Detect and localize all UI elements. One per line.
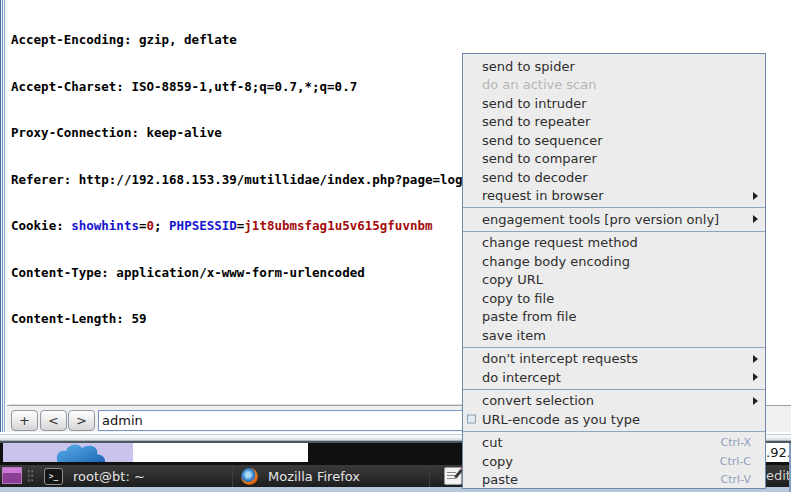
window-left-border [0,0,8,432]
shortcut-label: Ctrl-C [720,455,759,468]
screen: Accept-Encoding: gzip, deflate Accept-Ch… [0,0,791,492]
submenu-arrow-icon [753,397,758,405]
menu-separator [463,207,765,208]
search-previous-button[interactable]: < [40,410,67,431]
menu-separator [463,431,765,432]
menu-item-send-to-sequencer[interactable]: send to sequencer [463,131,765,150]
menu-item-convert-selection[interactable]: convert selection [463,392,765,411]
menu-item-send-to-decoder[interactable]: send to decoder [463,168,765,187]
menu-item-cut[interactable]: cutCtrl-X [463,434,765,453]
menu-item-change-request-method[interactable]: change request method [463,234,765,253]
shortcut-label: Ctrl-X [720,436,759,449]
menu-item-paste[interactable]: pasteCtrl-V [463,471,765,490]
taskbar-button-edit-fragment[interactable]: edit [766,468,791,483]
submenu-arrow-icon [753,215,758,223]
taskbar-grip-handle[interactable] [27,469,34,483]
firefox-icon [241,468,258,485]
menu-item-url-encode-as-you-type[interactable]: URL-encode as you type [463,410,765,429]
menu-item-change-body-encoding[interactable]: change body encoding [463,252,765,271]
menu-item-copy[interactable]: copyCtrl-C [463,452,765,471]
menu-separator [463,389,765,390]
submenu-arrow-icon [753,355,758,363]
menu-item-copy-url[interactable]: copy URL [463,271,765,290]
menu-item-send-to-intruder[interactable]: send to intruder [463,94,765,113]
request-line: Content-Type: application/x-www-form-url… [11,265,508,281]
request-line: Proxy-Connection: keep-alive [11,125,508,141]
text-editor-icon [444,467,462,485]
menu-item-send-to-comparer[interactable]: send to comparer [463,150,765,169]
workspace-pager-icon[interactable] [2,467,22,484]
shortcut-label: Ctrl-V [721,473,759,486]
taskbar-button-label: root@bt: ~ [73,469,145,484]
submenu-arrow-icon [753,373,758,381]
submenu-arrow-icon [753,192,758,200]
menu-item-engagement-tools[interactable]: engagement tools [pro version only] [463,210,765,229]
menu-item-send-to-repeater[interactable]: send to repeater [463,113,765,132]
request-line-cookie: Cookie: showhints=0; PHPSESSID=j1t8ubmsf… [11,218,508,234]
url-encode-checkbox[interactable] [467,415,476,424]
menu-separator [463,347,765,348]
menu-item-do-an-active-scan: do an active scan [463,76,765,95]
request-line: Content-Length: 59 [11,311,508,327]
request-line: Accept-Charset: ISO-8859-1,utf-8;q=0.7,*… [11,79,508,95]
request-line: Accept-Encoding: gzip, deflate [11,32,508,48]
taskbar-button-text-editor[interactable] [436,465,462,487]
menu-item-paste-from-file[interactable]: paste from file [463,308,765,327]
background-window-fragment [133,443,308,462]
bird-logo-graphic [49,443,111,462]
http-request-text: Accept-Encoding: gzip, deflate Accept-Ch… [11,1,508,451]
menu-item-do-intercept[interactable]: do intercept [463,368,765,387]
menu-item-copy-to-file[interactable]: copy to file [463,289,765,308]
taskbar-button-terminal[interactable]: >_ root@bt: ~ [36,465,233,487]
request-blank-line [11,358,508,374]
request-line: Referer: http://192.168.153.39/mutillida… [11,172,508,188]
terminal-icon: >_ [44,468,63,485]
menu-separator [463,231,765,232]
window-title-fragment: .92. [766,443,789,462]
taskbar-button-firefox[interactable]: Mozilla Firefox [233,465,430,487]
add-search-term-button[interactable]: + [11,410,38,431]
taskbar-button-label: Mozilla Firefox [268,469,360,484]
menu-item-send-to-spider[interactable]: send to spider [463,57,765,76]
menu-item-dont-intercept-requests[interactable]: don't intercept requests [463,350,765,369]
menu-item-save-item[interactable]: save item [463,326,765,345]
menu-item-request-in-browser[interactable]: request in browser [463,187,765,206]
context-menu: send to spider do an active scan send to… [462,53,766,489]
search-next-button[interactable]: > [68,410,95,431]
background-window-fragment [3,443,133,462]
